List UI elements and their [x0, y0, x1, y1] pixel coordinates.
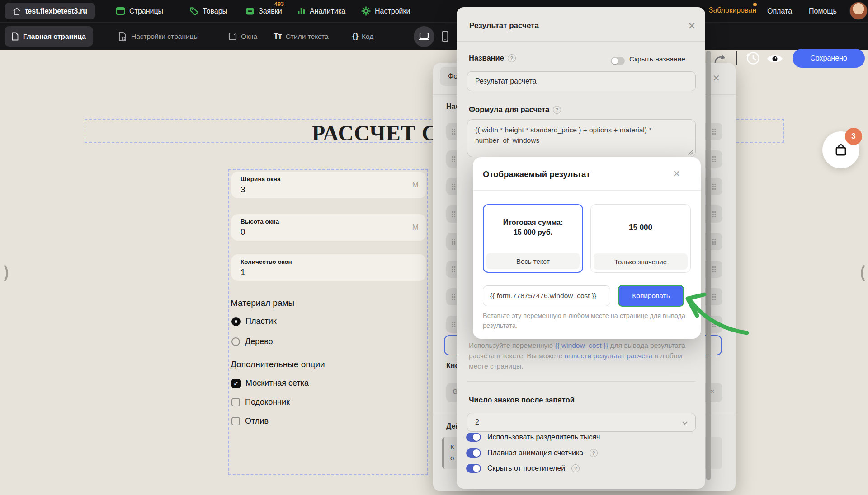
toolbar-page-settings[interactable]: Настройки страницы	[118, 23, 199, 50]
checkbox-option-drip[interactable]: Отлив	[231, 416, 269, 426]
laptop-icon	[418, 32, 430, 41]
result-option-full-text[interactable]: Итоговая сумма: 15 000 руб. Весь текст	[483, 204, 583, 273]
drag-handle-icon[interactable]	[452, 128, 456, 135]
drag-handle-icon[interactable]	[452, 294, 456, 300]
checkbox-unchecked-icon[interactable]	[231, 398, 240, 406]
radio-option-wood[interactable]: Дерево	[231, 337, 273, 346]
field-value[interactable]: 0	[241, 227, 245, 237]
saved-button[interactable]: Сохранено	[793, 49, 865, 68]
toolbar-code[interactable]: { } Код	[352, 23, 373, 50]
toggle-on[interactable]	[466, 448, 481, 458]
help-icon[interactable]: ?	[590, 449, 598, 457]
field-unit: М	[412, 181, 419, 190]
variable-code-input[interactable]: {{ form.778757476.window_cost }}	[483, 285, 610, 306]
device-mobile-toggle[interactable]	[442, 31, 448, 42]
nav-label: Аналитика	[310, 7, 345, 15]
checkbox-option-windowsill[interactable]: Подоконник	[231, 397, 290, 407]
toggle-label: Использовать разделитель тысяч	[487, 433, 600, 441]
nav-products[interactable]: Товары	[189, 0, 227, 22]
nav-payment[interactable]: Оплата	[767, 0, 792, 22]
hide-from-visitors-toggle-row[interactable]: Скрыть от посетителей ?	[466, 464, 580, 473]
toolbar-windows[interactable]: Окна	[228, 23, 257, 50]
row-action-icon[interactable]	[712, 266, 716, 272]
formula-textarea[interactable]: (( width * height * standard_price ) + o…	[467, 119, 696, 157]
toggle-label: Скрыть от посетителей	[487, 464, 565, 472]
nav-leads[interactable]: Заявки 493	[245, 0, 282, 22]
nav-analytics[interactable]: Аналитика	[297, 0, 345, 22]
field-window-width[interactable]: Ширина окна 3 М	[231, 172, 426, 198]
drag-handle-icon[interactable]	[452, 321, 456, 327]
close-icon[interactable]: ✕	[712, 74, 720, 83]
left-panel-handle-icon[interactable]	[3, 264, 12, 282]
row-action-icon[interactable]	[712, 128, 716, 135]
user-avatar[interactable]	[849, 2, 868, 20]
result-option-value-only[interactable]: 15 000 Только значение	[590, 204, 691, 273]
row-action-icon[interactable]	[712, 183, 716, 190]
drag-handle-icon[interactable]	[452, 156, 456, 162]
help-icon[interactable]: ?	[553, 106, 561, 114]
editor-screen: РАССЧЕТ СТОИМОСТИ ОКОН Ширина окна 3 М В…	[0, 0, 868, 495]
nav-label: Оплата	[767, 7, 792, 15]
bars-icon	[297, 7, 306, 15]
current-page-button[interactable]: Главная страница	[5, 26, 93, 47]
modal-header-divider	[457, 41, 705, 42]
preview-eye-icon[interactable]	[766, 52, 784, 65]
field-value[interactable]: 3	[241, 185, 245, 195]
row-action-icon[interactable]	[712, 321, 716, 327]
hide-name-label: Скрыть название	[629, 55, 685, 63]
hide-name-toggle[interactable]	[611, 57, 625, 65]
counter-animation-toggle-row[interactable]: Плавная анимация счетчика ?	[466, 448, 598, 458]
site-blocked-status[interactable]: Заблокирован	[709, 6, 756, 14]
close-icon[interactable]: ✕	[688, 21, 696, 31]
tab-form-label: Фо	[448, 72, 458, 80]
site-name-button[interactable]: test.flexbetest3.ru	[5, 3, 95, 19]
name-input[interactable]: Результат расчета	[467, 71, 696, 91]
nav-help[interactable]: Помощь	[809, 0, 837, 22]
history-icon[interactable]	[745, 50, 761, 66]
radio-group-label: Материал рамы	[231, 298, 294, 308]
field-value[interactable]: 1	[241, 267, 245, 277]
toolbar-label: Настройки страницы	[131, 33, 199, 41]
resize-handle-icon[interactable]	[687, 149, 693, 155]
checkbox-unchecked-icon[interactable]	[231, 417, 240, 425]
drag-handle-icon[interactable]	[452, 266, 456, 272]
row-action-icon[interactable]	[712, 294, 716, 300]
home-icon	[13, 7, 21, 15]
radio-checked-icon[interactable]	[231, 317, 241, 326]
code-icon: { }	[352, 32, 358, 41]
toggle-on[interactable]	[466, 433, 481, 442]
pages-icon	[116, 7, 125, 15]
radio-unchecked-icon[interactable]	[231, 337, 240, 346]
row-action-icon[interactable]	[712, 238, 716, 245]
variable-link[interactable]: {{ window_cost }}	[555, 341, 608, 349]
decimals-select[interactable]: 2	[467, 413, 696, 432]
nav-settings[interactable]: Настройки	[361, 0, 410, 22]
page-settings-icon	[118, 32, 127, 42]
radio-option-plastic[interactable]: Пластик	[231, 317, 277, 326]
row-action-icon[interactable]	[712, 211, 716, 217]
popup-helper-text: Вставьте эту переменную в любом месте на…	[483, 311, 687, 331]
close-icon[interactable]: ✕	[673, 169, 681, 178]
field-window-count[interactable]: Количество окон 1	[231, 254, 426, 281]
toggle-knob	[612, 58, 618, 64]
drag-handle-icon[interactable]	[452, 183, 456, 190]
device-desktop-toggle[interactable]	[414, 26, 434, 47]
editor-toolbar: Главная страница Настройки страницы Окна…	[0, 22, 868, 50]
modal-scrollbar[interactable]	[706, 51, 711, 480]
drag-handle-icon[interactable]	[452, 238, 456, 245]
nav-pages[interactable]: Страницы	[116, 0, 163, 22]
copy-button[interactable]: Копировать	[618, 285, 684, 307]
toggle-on[interactable]	[466, 464, 481, 473]
right-panel-handle-icon[interactable]	[857, 264, 866, 282]
toolbar-label: Стили текста	[286, 33, 329, 41]
checkbox-checked-icon[interactable]: ✓	[231, 379, 241, 388]
help-icon[interactable]: ?	[508, 54, 516, 62]
checkbox-option-mosquito-net[interactable]: ✓ Москитная сетка	[231, 378, 309, 388]
drag-handle-icon[interactable]	[452, 211, 456, 217]
row-action-icon[interactable]	[712, 156, 716, 162]
toolbar-text-styles[interactable]: Tт Стили текста	[274, 23, 329, 50]
show-result-link[interactable]: вывести результат расчёта	[565, 352, 653, 360]
help-icon[interactable]: ?	[571, 464, 580, 472]
field-window-height[interactable]: Высота окна 0 М	[231, 214, 426, 241]
thousands-separator-toggle-row[interactable]: Использовать разделитель тысяч	[466, 433, 600, 442]
